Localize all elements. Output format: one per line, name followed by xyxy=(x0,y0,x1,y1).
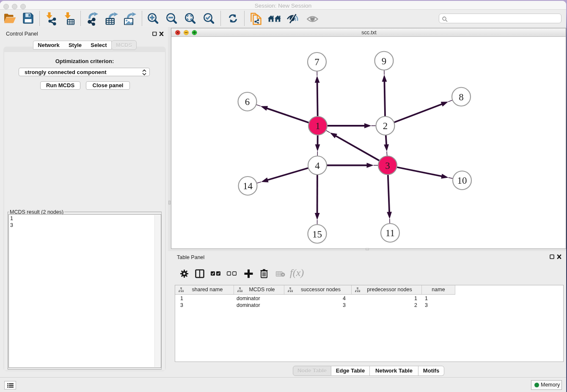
svg-text:6: 6 xyxy=(245,97,250,107)
svg-text:15: 15 xyxy=(312,229,322,240)
svg-text:1: 1 xyxy=(315,121,320,131)
svg-text:8: 8 xyxy=(459,92,464,102)
svg-text:7: 7 xyxy=(314,57,319,67)
svg-text:14: 14 xyxy=(243,181,253,191)
svg-text:4: 4 xyxy=(315,160,320,171)
svg-text:2: 2 xyxy=(383,121,388,131)
svg-text:3: 3 xyxy=(385,160,390,171)
svg-text:11: 11 xyxy=(385,228,395,238)
svg-text:10: 10 xyxy=(457,175,467,186)
svg-text:9: 9 xyxy=(382,56,387,66)
